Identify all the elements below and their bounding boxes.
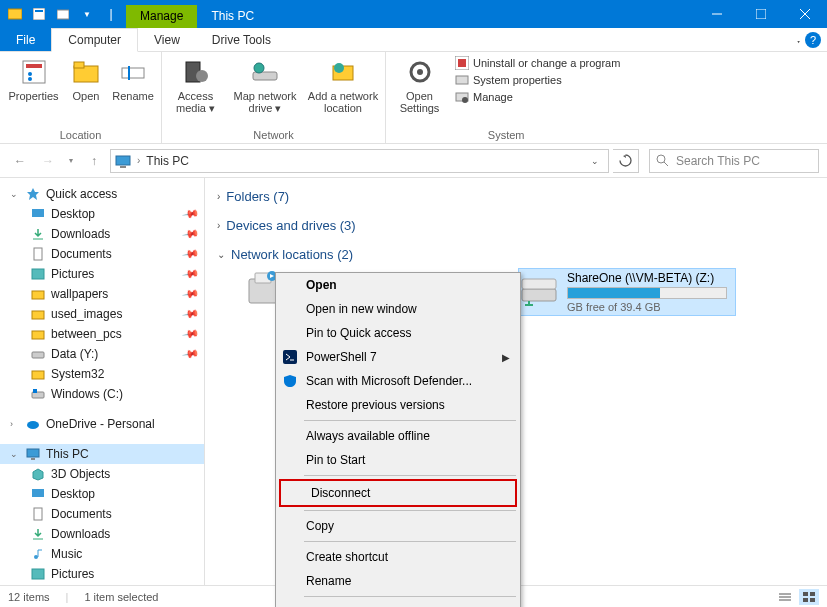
svg-rect-50 <box>34 508 42 520</box>
ctx-separator <box>304 510 516 511</box>
tree-label: used_images <box>51 307 122 321</box>
nav-recent-dropdown[interactable]: ▾ <box>64 149 78 173</box>
ctx-properties[interactable]: Properties <box>276 600 520 607</box>
os-drive-icon <box>30 386 46 402</box>
ctx-pin-start[interactable]: Pin to Start <box>276 448 520 472</box>
nav-forward-button[interactable]: → <box>36 149 60 173</box>
tree-label: Pictures <box>51 567 94 581</box>
sidebar-item-wallpapers[interactable]: wallpapers📌 <box>0 284 204 304</box>
breadcrumb[interactable]: This PC <box>146 154 189 168</box>
tab-drive-tools[interactable]: Drive Tools <box>196 28 287 51</box>
chevron-down-icon: ⌄ <box>10 189 20 199</box>
pictures-icon <box>30 566 46 582</box>
svg-point-11 <box>28 77 32 81</box>
folder-icon <box>30 306 46 322</box>
sidebar-item-system32[interactable]: System32 <box>0 364 204 384</box>
ctx-copy[interactable]: Copy <box>276 514 520 538</box>
qat-properties-icon[interactable] <box>28 3 50 25</box>
uninstall-icon <box>455 56 469 70</box>
pin-icon: 📌 <box>182 345 201 364</box>
rename-icon <box>117 56 149 88</box>
system-properties-button[interactable]: System properties <box>455 73 620 87</box>
tab-view[interactable]: View <box>138 28 196 51</box>
ctx-create-shortcut[interactable]: Create shortcut <box>276 545 520 569</box>
sidebar-item-between-pcs[interactable]: between_pcs📌 <box>0 324 204 344</box>
sidebar-onedrive[interactable]: › OneDrive - Personal <box>0 414 204 434</box>
search-input[interactable]: Search This PC <box>649 149 819 173</box>
breadcrumb-chevron[interactable]: › <box>137 155 140 166</box>
refresh-button[interactable] <box>613 149 639 173</box>
properties-button[interactable]: Properties <box>6 56 61 102</box>
rename-button[interactable]: Rename <box>111 56 155 102</box>
sidebar-item-pc-music[interactable]: Music <box>0 544 204 564</box>
submenu-arrow-icon: ▶ <box>502 352 510 363</box>
help-icon[interactable]: ? <box>805 32 821 48</box>
chevron-right-icon: › <box>217 220 220 231</box>
svg-rect-29 <box>116 156 130 165</box>
sidebar-this-pc[interactable]: ⌄ This PC <box>0 444 204 464</box>
qat-new-folder-icon[interactable] <box>52 3 74 25</box>
ctx-restore-versions[interactable]: Restore previous versions <box>276 393 520 417</box>
tab-file[interactable]: File <box>0 28 51 51</box>
ctx-pin-quick-access[interactable]: Pin to Quick access <box>276 321 520 345</box>
sidebar-item-documents[interactable]: Documents📌 <box>0 244 204 264</box>
svg-rect-47 <box>31 458 35 460</box>
folder-icon <box>30 366 46 382</box>
ctx-open[interactable]: Open <box>276 273 520 297</box>
ctx-powershell[interactable]: PowerShell 7 ▶ <box>276 345 520 369</box>
group-header-devices[interactable]: ›Devices and drives (3) <box>217 215 815 236</box>
ctx-defender-scan[interactable]: Scan with Microsoft Defender... <box>276 369 520 393</box>
sidebar-quick-access[interactable]: ⌄ Quick access <box>0 184 204 204</box>
ctx-disconnect[interactable]: Disconnect <box>281 481 515 505</box>
group-header-folders[interactable]: ›Folders (7) <box>217 186 815 207</box>
sidebar-item-used-images[interactable]: used_images📌 <box>0 304 204 324</box>
address-dropdown-icon[interactable]: ⌄ <box>586 156 604 166</box>
tab-manage[interactable]: Manage <box>126 5 197 28</box>
sidebar-item-desktop[interactable]: Desktop📌 <box>0 204 204 224</box>
view-tiles-button[interactable] <box>799 589 819 605</box>
pin-icon: 📌 <box>182 205 201 224</box>
add-network-location-button[interactable]: Add a network location <box>307 56 379 114</box>
folder-icon <box>30 286 46 302</box>
manage-button[interactable]: Manage <box>455 90 620 104</box>
nav-back-button[interactable]: ← <box>8 149 32 173</box>
this-pc-icon <box>25 446 41 462</box>
svg-rect-18 <box>253 72 277 80</box>
address-bar[interactable]: › This PC ⌄ <box>110 149 609 173</box>
nav-up-button[interactable]: ↑ <box>82 149 106 173</box>
group-header-network[interactable]: ⌄Network locations (2) <box>217 244 815 265</box>
ctx-rename[interactable]: Rename <box>276 569 520 593</box>
svg-marker-33 <box>27 188 39 200</box>
sidebar-item-windows-c[interactable]: Windows (C:) <box>0 384 204 404</box>
map-network-drive-button[interactable]: Map network drive ▾ <box>229 56 301 114</box>
folder-icon <box>30 326 46 342</box>
tree-label: between_pcs <box>51 327 122 341</box>
open-settings-button[interactable]: Open Settings <box>392 56 447 114</box>
documents-icon <box>30 506 46 522</box>
add-location-label: Add a network location <box>307 90 379 114</box>
qat-separator: | <box>100 3 122 25</box>
minimize-button[interactable] <box>695 0 739 28</box>
tab-computer[interactable]: Computer <box>51 28 138 52</box>
sidebar-item-pc-documents[interactable]: Documents <box>0 504 204 524</box>
sidebar-item-downloads[interactable]: Downloads📌 <box>0 224 204 244</box>
sidebar-item-3d-objects[interactable]: 3D Objects <box>0 464 204 484</box>
open-button[interactable]: Open <box>67 56 105 102</box>
explorer-icon[interactable] <box>4 3 26 25</box>
ctx-always-offline[interactable]: Always available offline <box>276 424 520 448</box>
sidebar-item-data-y[interactable]: Data (Y:)📌 <box>0 344 204 364</box>
pictures-icon <box>30 266 46 282</box>
sidebar-item-pc-desktop[interactable]: Desktop <box>0 484 204 504</box>
uninstall-program-button[interactable]: Uninstall or change a program <box>455 56 620 70</box>
sidebar-item-pc-pictures[interactable]: Pictures <box>0 564 204 584</box>
ctx-open-new-window[interactable]: Open in new window <box>276 297 520 321</box>
qat-dropdown-icon[interactable]: ▼ <box>76 3 98 25</box>
sidebar-item-pc-downloads[interactable]: Downloads <box>0 524 204 544</box>
maximize-button[interactable] <box>739 0 783 28</box>
access-media-button[interactable]: Access media ▾ <box>168 56 223 114</box>
view-details-button[interactable] <box>775 589 795 605</box>
network-location-shareone[interactable]: ShareOne (\\VM-BETA) (Z:) GB free of 39.… <box>519 269 735 315</box>
close-button[interactable] <box>783 0 827 28</box>
pin-icon: 📌 <box>182 225 201 244</box>
sidebar-item-pictures[interactable]: Pictures📌 <box>0 264 204 284</box>
